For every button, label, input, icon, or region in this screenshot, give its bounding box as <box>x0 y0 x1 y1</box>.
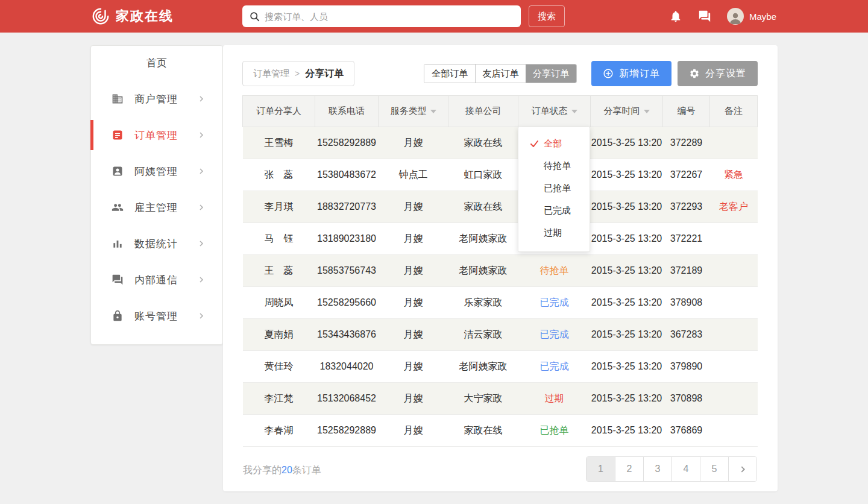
cell-id: 370898 <box>663 383 710 415</box>
col-note: 备注 <box>710 96 758 127</box>
cell-service: 月嫂 <box>379 415 448 447</box>
share-count-summary: 我分享的20条订单 <box>243 464 321 477</box>
cell-time: 2015-3-25 13:20 <box>591 159 663 191</box>
cell-note <box>710 287 758 319</box>
cell-time: 2015-3-25 13:20 <box>591 383 663 415</box>
col-service-type-filter[interactable]: 服务类型 <box>379 96 448 127</box>
cell-phone: 15258292889 <box>315 415 379 447</box>
chevron-right-icon <box>198 168 204 174</box>
status-option-pending[interactable]: 待抢单 <box>518 155 590 177</box>
sidebar-item-aunts[interactable]: 阿姨管理 <box>91 153 222 189</box>
messages-icon[interactable] <box>698 10 711 23</box>
bell-icon[interactable] <box>669 10 682 23</box>
app-title: 家政在线 <box>116 7 174 25</box>
cell-time: 2015-3-25 13:20 <box>591 287 663 319</box>
bar-chart-icon <box>112 238 124 250</box>
chevron-right-icon <box>740 466 746 473</box>
cell-sharer: 王 蕊 <box>243 255 315 287</box>
cell-sharer: 李月琪 <box>243 191 315 223</box>
next-page-button[interactable] <box>728 457 756 481</box>
search-button[interactable]: 搜索 <box>529 5 565 27</box>
cell-sharer: 李江梵 <box>243 383 315 415</box>
sidebar-item-statistics[interactable]: 数据统计 <box>91 225 222 262</box>
add-order-button[interactable]: 新增订单 <box>591 61 671 86</box>
table-row[interactable]: 张 蕊 15380483672 钟点工 虹口家政 2015-3-25 13:20… <box>243 159 758 191</box>
cell-company: 家政在线 <box>448 191 518 223</box>
col-accepting-company: 接单公司 <box>448 96 518 127</box>
sidebar-item-internal-messaging[interactable]: 内部通信 <box>91 262 222 298</box>
cell-service: 钟点工 <box>379 159 448 191</box>
table-row[interactable]: 周晓凤 15258295660 月嫂 乐家家政 已完成 2015-3-25 13… <box>243 287 758 319</box>
tab-shared-orders[interactable]: 分享订单 <box>526 65 576 83</box>
cell-sharer: 黄佳玲 <box>243 351 315 383</box>
summary-count: 20 <box>281 465 292 475</box>
cell-sharer: 周晓凤 <box>243 287 315 319</box>
col-order-sharer: 订单分享人 <box>243 96 315 127</box>
cell-sharer: 李春湖 <box>243 415 315 447</box>
chevron-right-icon <box>198 132 204 138</box>
cell-service: 月嫂 <box>379 255 448 287</box>
status-option-all[interactable]: 全部 <box>518 133 590 155</box>
user-menu[interactable]: Maybe <box>727 8 776 25</box>
status-option-done[interactable]: 已完成 <box>518 200 590 222</box>
sidebar-item-home[interactable]: 首页 <box>91 46 222 81</box>
cell-sharer: 张 蕊 <box>243 159 315 191</box>
cell-status: 已完成 <box>518 287 591 319</box>
table-row[interactable]: 李江梵 15132068452 月嫂 大宁家政 过期 2015-3-25 13:… <box>243 383 758 415</box>
cell-id: 376869 <box>663 415 710 447</box>
cell-phone: 15132068452 <box>315 383 379 415</box>
cell-service: 月嫂 <box>379 287 448 319</box>
status-option-grabbed[interactable]: 已抢单 <box>518 177 590 200</box>
chevron-right-icon <box>198 277 204 283</box>
sidebar-item-accounts[interactable]: 账号管理 <box>91 298 222 334</box>
cell-company: 老阿姨家政 <box>448 255 518 287</box>
summary-suffix: 条订单 <box>292 465 321 475</box>
page-3-button[interactable]: 3 <box>643 457 671 481</box>
col-order-status-filter[interactable]: 订单状态 <box>518 96 591 127</box>
page-4-button[interactable]: 4 <box>671 457 700 481</box>
check-icon <box>530 139 539 148</box>
cell-id: 379890 <box>663 351 710 383</box>
share-settings-button[interactable]: 分享设置 <box>678 61 758 86</box>
cell-status: 待抢单 <box>518 255 591 287</box>
cell-service: 月嫂 <box>379 223 448 255</box>
sidebar-item-employers[interactable]: 雇主管理 <box>91 189 222 225</box>
add-circle-icon <box>603 68 614 79</box>
table-row[interactable]: 李春湖 15258292889 月嫂 家政在线 已抢单 2015-3-25 13… <box>243 415 758 447</box>
cell-note <box>710 255 758 287</box>
cell-time: 2015-3-25 13:20 <box>591 319 663 351</box>
col-phone: 联系电话 <box>315 96 379 127</box>
cell-note <box>710 127 758 159</box>
cell-time: 2015-3-25 13:20 <box>591 415 663 447</box>
avatar <box>727 8 744 25</box>
cell-id: 372289 <box>663 127 710 159</box>
breadcrumb-parent[interactable]: 订单管理 <box>253 68 289 80</box>
search-input[interactable] <box>265 11 514 22</box>
table-row[interactable]: 马 钰 13189023180 月嫂 老阿姨家政 2015-3-25 13:20… <box>243 223 758 255</box>
username: Maybe <box>749 11 776 22</box>
col-share-time-filter[interactable]: 分享时间 <box>591 96 663 127</box>
sidebar-item-orders[interactable]: 订单管理 <box>91 117 222 153</box>
sidebar-item-label: 雇主管理 <box>134 201 178 215</box>
tab-all-orders[interactable]: 全部订单 <box>424 65 475 83</box>
tab-friend-store-orders[interactable]: 友店订单 <box>475 65 526 83</box>
table-row[interactable]: 李月琪 18832720773 月嫂 家政在线 2015-3-25 13:20 … <box>243 191 758 223</box>
table-row[interactable]: 黄佳玲 1832044020 月嫂 老阿姨家政 已完成 2015-3-25 13… <box>243 351 758 383</box>
page-1-button[interactable]: 1 <box>587 457 615 481</box>
status-option-expired[interactable]: 过期 <box>518 222 590 244</box>
cell-note <box>710 415 758 447</box>
table-row[interactable]: 夏南娟 15343436876 月嫂 洁云家政 已完成 2015-3-25 13… <box>243 319 758 351</box>
cell-note: 紧急 <box>710 159 758 191</box>
order-tabs: 全部订单 友店订单 分享订单 <box>424 64 577 83</box>
logo[interactable]: 家政在线 <box>92 0 174 33</box>
sidebar-item-merchants[interactable]: 商户管理 <box>91 81 222 117</box>
cell-company: 老阿姨家政 <box>448 351 518 383</box>
cell-phone: 18832720773 <box>315 191 379 223</box>
table-row[interactable]: 王 蕊 15853756743 月嫂 老阿姨家政 待抢单 2015-3-25 1… <box>243 255 758 287</box>
cell-service: 月嫂 <box>379 127 448 159</box>
table-row[interactable]: 王雪梅 15258292889 月嫂 家政在线 2015-3-25 13:20 … <box>243 127 758 159</box>
page-2-button[interactable]: 2 <box>615 457 643 481</box>
breadcrumb: 订单管理 > 分享订单 <box>242 61 354 86</box>
page-5-button[interactable]: 5 <box>700 457 728 481</box>
sidebar-nav: 首页 商户管理 订单管理 阿姨管理 <box>90 45 223 345</box>
